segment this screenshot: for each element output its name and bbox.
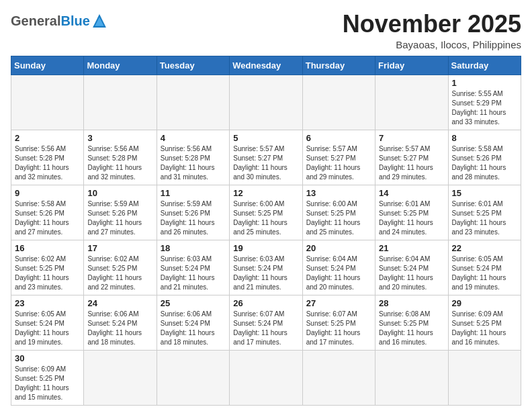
calendar-week-5: 23Sunrise: 6:05 AMSunset: 5:24 PMDayligh… [11,295,521,350]
day-number: 9 [15,188,80,198]
calendar-cell [375,75,448,130]
day-number: 29 [452,298,517,308]
day-number: 16 [15,243,80,253]
day-info: Sunrise: 6:06 AMSunset: 5:24 PMDaylight:… [161,310,226,347]
calendar-header-wednesday: Wednesday [230,56,302,75]
day-number: 22 [452,243,517,253]
day-info: Sunrise: 6:09 AMSunset: 5:25 PMDaylight:… [452,310,517,347]
day-number: 14 [379,188,444,198]
day-number: 10 [87,188,152,198]
calendar-cell [230,75,302,130]
day-info: Sunrise: 6:03 AMSunset: 5:24 PMDaylight:… [233,255,298,292]
calendar-header-tuesday: Tuesday [157,56,229,75]
calendar-header-saturday: Saturday [448,56,521,75]
calendar-cell: 3Sunrise: 5:56 AMSunset: 5:28 PMDaylight… [84,130,157,185]
day-info: Sunrise: 6:07 AMSunset: 5:25 PMDaylight:… [306,310,371,347]
day-number: 21 [379,243,444,253]
day-number: 23 [15,298,80,308]
logo-icon [92,13,107,28]
day-info: Sunrise: 5:57 AMSunset: 5:27 PMDaylight:… [306,144,371,182]
day-number: 11 [161,188,226,198]
calendar-cell: 30Sunrise: 6:09 AMSunset: 5:25 PMDayligh… [11,350,84,405]
day-number: 2 [15,133,80,143]
day-info: Sunrise: 5:59 AMSunset: 5:26 PMDaylight:… [161,199,226,237]
calendar-cell: 16Sunrise: 6:02 AMSunset: 5:25 PMDayligh… [11,240,84,295]
calendar-cell: 23Sunrise: 6:05 AMSunset: 5:24 PMDayligh… [11,295,84,350]
calendar-cell: 9Sunrise: 5:58 AMSunset: 5:26 PMDaylight… [11,185,84,240]
calendar-cell [84,350,157,405]
calendar-header-friday: Friday [375,56,448,75]
calendar-week-4: 16Sunrise: 6:02 AMSunset: 5:25 PMDayligh… [11,240,521,295]
calendar-header-sunday: Sunday [11,56,84,75]
calendar-cell: 7Sunrise: 5:57 AMSunset: 5:27 PMDaylight… [375,130,448,185]
calendar-cell: 18Sunrise: 6:03 AMSunset: 5:24 PMDayligh… [157,240,229,295]
day-number: 6 [306,133,371,143]
calendar-week-1: 1Sunrise: 5:55 AMSunset: 5:29 PMDaylight… [11,75,521,130]
day-info: Sunrise: 6:01 AMSunset: 5:25 PMDaylight:… [379,199,444,237]
calendar-cell: 10Sunrise: 5:59 AMSunset: 5:26 PMDayligh… [84,185,157,240]
calendar-header-thursday: Thursday [302,56,375,75]
calendar-header-monday: Monday [84,56,157,75]
calendar-cell: 26Sunrise: 6:07 AMSunset: 5:24 PMDayligh… [230,295,302,350]
calendar-cell: 24Sunrise: 6:06 AMSunset: 5:24 PMDayligh… [84,295,157,350]
calendar-cell: 19Sunrise: 6:03 AMSunset: 5:24 PMDayligh… [230,240,302,295]
day-info: Sunrise: 5:56 AMSunset: 5:28 PMDaylight:… [161,144,226,182]
calendar-cell: 12Sunrise: 6:00 AMSunset: 5:25 PMDayligh… [230,185,302,240]
calendar-cell: 5Sunrise: 5:57 AMSunset: 5:27 PMDaylight… [230,130,302,185]
calendar-cell: 14Sunrise: 6:01 AMSunset: 5:25 PMDayligh… [375,185,448,240]
day-number: 19 [233,243,298,253]
calendar: SundayMondayTuesdayWednesdayThursdayFrid… [11,56,521,406]
calendar-cell: 29Sunrise: 6:09 AMSunset: 5:25 PMDayligh… [448,295,521,350]
calendar-cell: 17Sunrise: 6:02 AMSunset: 5:25 PMDayligh… [84,240,157,295]
day-info: Sunrise: 5:56 AMSunset: 5:28 PMDaylight:… [15,144,80,182]
day-info: Sunrise: 5:55 AMSunset: 5:29 PMDaylight:… [452,89,517,127]
day-info: Sunrise: 6:04 AMSunset: 5:24 PMDaylight:… [306,255,371,292]
calendar-cell: 8Sunrise: 5:58 AMSunset: 5:26 PMDaylight… [448,130,521,185]
day-number: 25 [161,298,226,308]
calendar-cell: 27Sunrise: 6:07 AMSunset: 5:25 PMDayligh… [302,295,375,350]
location: Bayaoas, Ilocos, Philippines [343,39,521,50]
day-info: Sunrise: 6:03 AMSunset: 5:24 PMDaylight:… [161,255,226,292]
day-number: 15 [452,188,517,198]
calendar-week-6: 30Sunrise: 6:09 AMSunset: 5:25 PMDayligh… [11,350,521,405]
day-number: 8 [452,133,517,143]
calendar-cell: 21Sunrise: 6:04 AMSunset: 5:24 PMDayligh… [375,240,448,295]
day-info: Sunrise: 6:02 AMSunset: 5:25 PMDaylight:… [87,255,152,292]
day-info: Sunrise: 6:02 AMSunset: 5:25 PMDaylight:… [15,255,80,292]
calendar-cell: 15Sunrise: 6:01 AMSunset: 5:25 PMDayligh… [448,185,521,240]
day-info: Sunrise: 5:58 AMSunset: 5:26 PMDaylight:… [15,199,80,237]
day-info: Sunrise: 6:07 AMSunset: 5:24 PMDaylight:… [233,310,298,347]
month-title: November 2025 [343,11,521,38]
day-info: Sunrise: 5:58 AMSunset: 5:26 PMDaylight:… [452,144,517,182]
day-number: 30 [15,353,80,363]
day-number: 12 [233,188,298,198]
day-number: 20 [306,243,371,253]
day-info: Sunrise: 5:57 AMSunset: 5:27 PMDaylight:… [379,144,444,182]
day-number: 17 [87,243,152,253]
calendar-cell: 2Sunrise: 5:56 AMSunset: 5:28 PMDaylight… [11,130,84,185]
page: General Blue November 2025 Bayaoas, Iloc… [0,0,532,411]
day-number: 4 [161,133,226,143]
header: General Blue November 2025 Bayaoas, Iloc… [11,11,521,50]
calendar-cell [448,350,521,405]
logo-blue-text: Blue [60,13,89,28]
logo-general-text: General [11,13,60,28]
day-number: 1 [452,78,517,88]
calendar-week-3: 9Sunrise: 5:58 AMSunset: 5:26 PMDaylight… [11,185,521,240]
day-info: Sunrise: 5:59 AMSunset: 5:26 PMDaylight:… [87,199,152,237]
day-number: 18 [161,243,226,253]
day-info: Sunrise: 5:57 AMSunset: 5:27 PMDaylight:… [233,144,298,182]
day-number: 13 [306,188,371,198]
calendar-cell [302,75,375,130]
day-info: Sunrise: 6:08 AMSunset: 5:25 PMDaylight:… [379,310,444,347]
logo: General Blue [11,11,107,28]
calendar-cell: 20Sunrise: 6:04 AMSunset: 5:24 PMDayligh… [302,240,375,295]
day-number: 7 [379,133,444,143]
calendar-cell [375,350,448,405]
day-number: 5 [233,133,298,143]
day-number: 28 [379,298,444,308]
calendar-header-row: SundayMondayTuesdayWednesdayThursdayFrid… [11,56,521,75]
day-info: Sunrise: 6:00 AMSunset: 5:25 PMDaylight:… [306,199,371,237]
title-block: November 2025 Bayaoas, Ilocos, Philippin… [343,11,521,50]
calendar-cell [84,75,157,130]
